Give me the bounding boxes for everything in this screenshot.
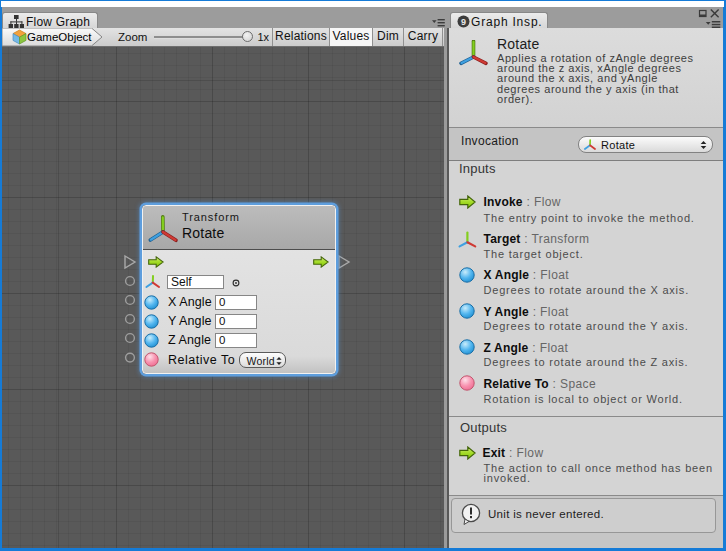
svg-text:9: 9: [461, 17, 466, 27]
